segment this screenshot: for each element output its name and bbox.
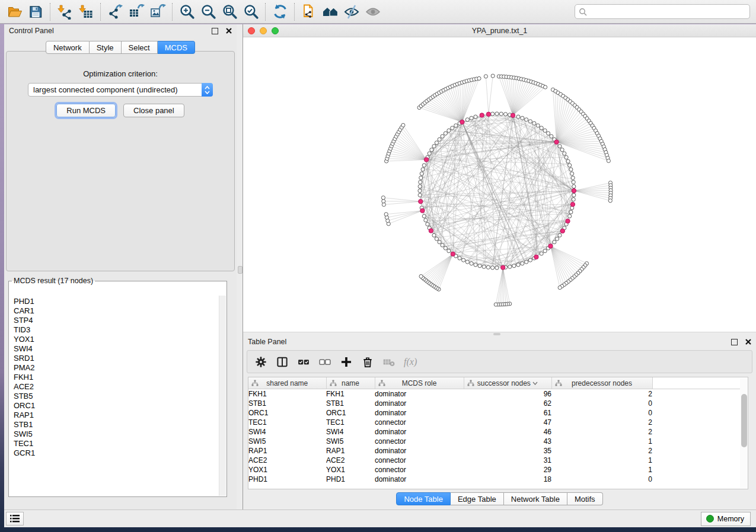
- eye-slash-icon: [343, 4, 360, 20]
- table-row[interactable]: RAP1RAP1dominator352: [248, 446, 748, 456]
- zoom-fit-button[interactable]: [219, 2, 240, 21]
- open-file-button[interactable]: [4, 2, 25, 21]
- main-area: Control Panel Network Style Select MCDS …: [4, 24, 756, 510]
- select-stepper-icon: [202, 83, 213, 97]
- export-image-icon: [149, 4, 166, 20]
- tab-network[interactable]: Network: [46, 41, 90, 54]
- column-header-shared-name[interactable]: shared name: [248, 377, 326, 389]
- mcds-result-item[interactable]: SWI4: [14, 344, 219, 354]
- close-panel-icon[interactable]: [745, 339, 751, 345]
- table-scrollbar[interactable]: [740, 378, 748, 488]
- network-graph[interactable]: [243, 37, 756, 332]
- zoom-in-button[interactable]: [176, 2, 197, 21]
- network-canvas[interactable]: [243, 37, 756, 332]
- save-icon: [28, 4, 43, 20]
- optimization-criterion-select[interactable]: largest connected component (undirected): [28, 83, 213, 97]
- table-panel: Table Panel f(x): [243, 336, 756, 510]
- tab-node-table[interactable]: Node Table: [396, 492, 451, 505]
- table-row[interactable]: STB1STB1dominator620: [248, 399, 748, 408]
- clone-network-icon: [301, 4, 317, 20]
- clone-network-button[interactable]: [298, 2, 320, 21]
- zoom-out-icon: [200, 4, 216, 20]
- mcds-result-item[interactable]: SRD1: [14, 354, 219, 363]
- search-input[interactable]: [587, 7, 749, 17]
- mcds-result-item[interactable]: ACE2: [14, 382, 219, 392]
- mcds-result-item[interactable]: TEC1: [14, 439, 219, 448]
- tab-mcds[interactable]: MCDS: [158, 41, 195, 54]
- trash-icon: [361, 355, 374, 368]
- tab-network-table[interactable]: Network Table: [504, 492, 567, 505]
- import-network-button[interactable]: [54, 2, 75, 21]
- run-mcds-button[interactable]: Run MCDS: [56, 104, 116, 117]
- show-columns-button[interactable]: [276, 355, 289, 369]
- column-header-mcds-role[interactable]: MCDS role: [375, 377, 464, 389]
- memory-button[interactable]: Memory: [701, 512, 751, 526]
- mcds-result-item[interactable]: CAR1: [14, 306, 219, 316]
- select-all-button[interactable]: [297, 355, 310, 369]
- toolbar-separator: [50, 3, 50, 21]
- table-toolbar: f(x): [247, 350, 752, 373]
- mcds-tab-content: Optimization criterion: largest connecte…: [6, 51, 235, 271]
- mcds-result-item[interactable]: RAP1: [14, 411, 219, 420]
- column-header-predecessor-nodes[interactable]: predecessor nodes: [551, 377, 652, 389]
- mcds-result-item[interactable]: SWI5: [14, 430, 219, 439]
- mcds-result-item[interactable]: GCR1: [14, 448, 219, 458]
- mcds-result-item[interactable]: PMA2: [14, 363, 219, 373]
- mcds-result-item[interactable]: STP4: [14, 316, 219, 325]
- table-row[interactable]: FKH1FKH1dominator962: [248, 389, 748, 399]
- tab-motifs[interactable]: Motifs: [567, 492, 603, 505]
- tab-style[interactable]: Style: [90, 41, 122, 54]
- column-header-filler: [652, 377, 748, 389]
- import-table-button[interactable]: [75, 2, 97, 21]
- show-hidden-button[interactable]: [362, 2, 384, 21]
- table-row[interactable]: ACE2ACE2connector311: [248, 456, 748, 465]
- mcds-result-title: MCDS result (17 nodes): [12, 277, 95, 285]
- splitter-handle[interactable]: [238, 266, 243, 274]
- export-image-button[interactable]: [147, 2, 168, 21]
- scrollbar-thumb[interactable]: [741, 394, 747, 447]
- mcds-result-item[interactable]: ORC1: [14, 401, 219, 411]
- table-settings-button[interactable]: [254, 355, 267, 369]
- zoom-selected-button[interactable]: [240, 2, 261, 21]
- close-panel-button[interactable]: Close panel: [123, 104, 184, 117]
- apply-function-button[interactable]: f(x): [404, 357, 417, 367]
- column-header-successor-nodes[interactable]: successor nodes: [464, 377, 551, 389]
- mcds-result-item[interactable]: TID3: [14, 325, 219, 335]
- mcds-result-item[interactable]: FKH1: [14, 373, 219, 382]
- zoom-selected-icon: [243, 4, 259, 20]
- table-row[interactable]: SWI5SWI5connector431: [248, 437, 748, 446]
- show-all-nodes-button[interactable]: [320, 2, 341, 21]
- splitter-handle[interactable]: [493, 333, 500, 335]
- column-header-name[interactable]: name: [326, 377, 375, 389]
- mcds-result-item[interactable]: STB1: [14, 420, 219, 430]
- export-table-button[interactable]: [126, 2, 147, 21]
- add-column-button[interactable]: [340, 355, 353, 369]
- delete-table-button[interactable]: [382, 355, 395, 369]
- task-history-button[interactable]: [6, 512, 24, 525]
- zoom-out-button[interactable]: [197, 2, 219, 21]
- vertical-splitter[interactable]: [237, 24, 243, 510]
- save-session-button[interactable]: [25, 2, 46, 21]
- deselect-all-button[interactable]: [318, 355, 331, 369]
- table-row[interactable]: SWI4SWI4dominator462: [248, 427, 748, 437]
- export-network-button[interactable]: [104, 2, 126, 21]
- hide-selected-button[interactable]: [341, 2, 362, 21]
- horizontal-splitter[interactable]: [243, 332, 756, 336]
- float-panel-icon[interactable]: [212, 28, 218, 34]
- refresh-view-button[interactable]: [269, 2, 291, 21]
- table-row[interactable]: PHD1PHD1dominator180: [248, 475, 748, 484]
- mcds-result-item[interactable]: YOX1: [14, 335, 219, 344]
- table-row[interactable]: ORC1ORC1dominator610: [248, 408, 748, 418]
- table-row[interactable]: YOX1YOX1connector291: [248, 465, 748, 475]
- mcds-result-item[interactable]: PHD1: [14, 297, 219, 306]
- tab-select[interactable]: Select: [122, 41, 158, 54]
- mcds-list-scrollbar[interactable]: [219, 296, 226, 496]
- delete-column-button[interactable]: [361, 355, 374, 369]
- close-panel-icon[interactable]: [226, 28, 232, 34]
- mcds-result-item[interactable]: STB5: [14, 392, 219, 401]
- zoom-in-icon: [179, 4, 195, 20]
- import-network-icon: [57, 4, 72, 20]
- float-panel-icon[interactable]: [731, 339, 738, 345]
- tab-edge-table[interactable]: Edge Table: [451, 492, 504, 505]
- table-row[interactable]: TEC1TEC1connector472: [248, 418, 748, 427]
